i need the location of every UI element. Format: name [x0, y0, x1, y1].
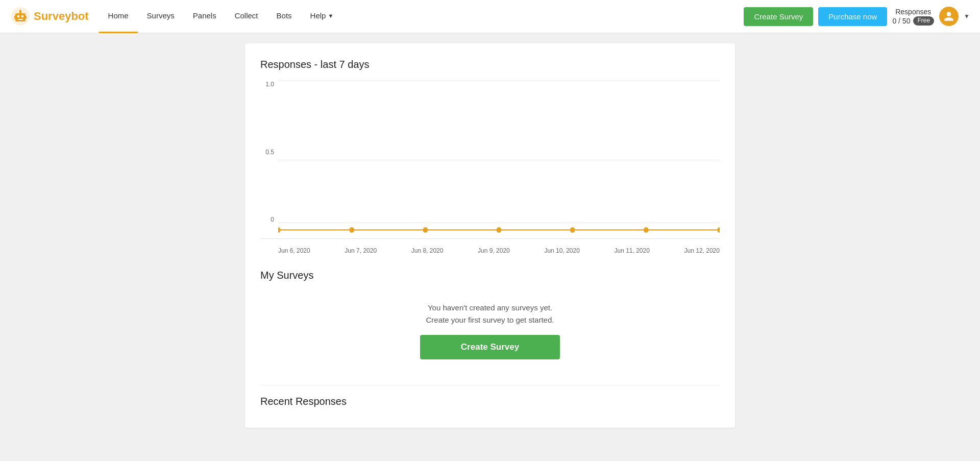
recent-responses-title: Recent Responses	[260, 396, 720, 407]
nav-link-panels[interactable]: Panels	[184, 0, 226, 33]
empty-line-2: Create your first survey to get started.	[426, 314, 554, 326]
responses-value: 0 / 50 Free	[892, 16, 934, 26]
brand-name: Surveybot	[34, 10, 89, 23]
svg-point-15	[717, 227, 720, 233]
x-label-3: Jun 9, 2020	[478, 247, 510, 254]
create-survey-main-button[interactable]: Create Survey	[420, 335, 560, 359]
purchase-now-button[interactable]: Purchase now	[818, 7, 887, 26]
y-label-1: 1.0	[265, 81, 274, 88]
empty-surveys: You haven't created any surveys yet. Cre…	[260, 292, 720, 375]
svg-point-10	[349, 227, 354, 233]
my-surveys-title: My Surveys	[260, 270, 720, 281]
brand-logo-link[interactable]: Surveybot	[10, 6, 89, 27]
nav-links: Home Surveys Panels Collect Bots Help ▼	[99, 0, 744, 33]
chart-container: 1.0 0.5 0	[260, 81, 720, 239]
svg-point-12	[497, 227, 502, 233]
x-label-1: Jun 7, 2020	[345, 247, 377, 254]
empty-surveys-text: You haven't created any surveys yet. Cre…	[426, 302, 554, 326]
nav-link-bots[interactable]: Bots	[267, 0, 301, 33]
x-label-5: Jun 11, 2020	[614, 247, 649, 254]
x-label-4: Jun 10, 2020	[544, 247, 579, 254]
svg-rect-1	[15, 13, 26, 21]
content-card: Responses - last 7 days 1.0 0.5 0	[245, 43, 735, 428]
svg-point-11	[423, 227, 428, 233]
y-label-2: 0.5	[265, 149, 274, 156]
svg-rect-8	[25, 16, 27, 19]
svg-rect-2	[17, 15, 19, 17]
svg-point-9	[278, 227, 281, 233]
svg-point-13	[570, 227, 575, 233]
user-avatar[interactable]	[939, 7, 959, 26]
svg-point-6	[19, 10, 21, 12]
x-label-0: Jun 6, 2020	[278, 247, 310, 254]
user-icon	[943, 11, 954, 22]
navbar: Surveybot Home Surveys Panels Collect Bo…	[0, 0, 980, 33]
x-label-2: Jun 8, 2020	[411, 247, 444, 254]
main-content: Responses - last 7 days 1.0 0.5 0	[0, 33, 980, 438]
chart-svg	[278, 81, 720, 238]
responses-counter: Responses 0 / 50 Free	[892, 7, 934, 26]
chart-section: Responses - last 7 days 1.0 0.5 0	[260, 59, 720, 259]
responses-label: Responses	[895, 7, 931, 16]
svg-rect-7	[14, 16, 16, 19]
chart-y-labels: 1.0 0.5 0	[260, 81, 278, 223]
x-labels: Jun 6, 2020 Jun 7, 2020 Jun 8, 2020 Jun …	[260, 244, 720, 259]
empty-line-1: You haven't created any surveys yet.	[426, 302, 554, 314]
nav-link-collect[interactable]: Collect	[226, 0, 267, 33]
recent-responses-section: Recent Responses	[260, 385, 720, 428]
svg-rect-4	[18, 19, 23, 20]
help-dropdown-arrow: ▼	[328, 13, 333, 19]
nav-link-home[interactable]: Home	[99, 0, 138, 33]
x-label-6: Jun 12, 2020	[684, 247, 720, 254]
y-label-3: 0	[271, 216, 274, 223]
nav-link-surveys[interactable]: Surveys	[138, 0, 184, 33]
free-badge: Free	[913, 16, 934, 26]
chart-title: Responses - last 7 days	[260, 59, 720, 70]
nav-link-help[interactable]: Help ▼	[301, 0, 343, 33]
create-survey-button[interactable]: Create Survey	[744, 7, 813, 26]
nav-actions: Create Survey Purchase now Responses 0 /…	[744, 7, 970, 26]
my-surveys-section: My Surveys You haven't created any surve…	[260, 259, 720, 385]
chart-area	[278, 81, 720, 238]
user-dropdown-arrow[interactable]: ▼	[964, 13, 970, 20]
svg-rect-3	[21, 15, 23, 17]
brand-logo-icon	[10, 6, 31, 27]
svg-point-14	[644, 227, 649, 233]
